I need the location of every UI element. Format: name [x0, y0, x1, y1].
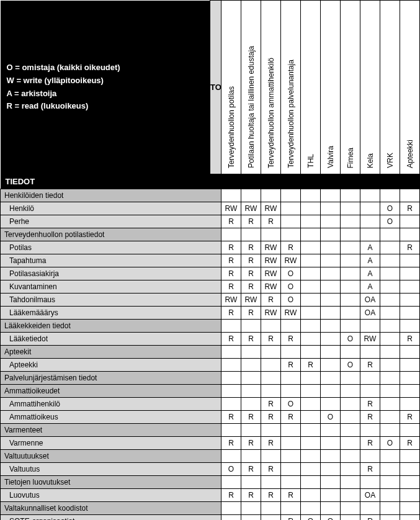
matrix-cell: [360, 189, 380, 202]
matrix-cell: [221, 371, 241, 384]
actor-label: Terveydenhuollon ammattihenkilö: [267, 54, 275, 172]
matrix-cell: [380, 423, 400, 436]
matrix-cell: O: [321, 514, 341, 520]
matrix-cell: R: [241, 215, 261, 228]
matrix-cell: R: [281, 514, 301, 520]
matrix-cell: R: [221, 306, 241, 319]
table-row: PotilasRRRWRAR: [1, 241, 420, 254]
matrix-cell: RW: [360, 332, 380, 345]
table-row: TapahtumaRRRWRWA: [1, 254, 420, 267]
matrix-cell: R: [241, 436, 261, 449]
matrix-cell: [301, 280, 321, 293]
matrix-cell: [400, 254, 420, 267]
spacer: [210, 358, 221, 371]
matrix-cell: [341, 501, 360, 514]
section-label: Tietojen luovutukset: [1, 475, 210, 488]
section-label: Valtuutuukset: [1, 449, 210, 462]
matrix-cell: [360, 384, 380, 397]
table-row: ValtuutusORRR: [1, 462, 420, 475]
matrix-cell: R: [241, 332, 261, 345]
spacer: [210, 501, 221, 514]
row-label: Valtuutus: [1, 462, 210, 475]
matrix-cell: [400, 384, 420, 397]
matrix-cell: [400, 306, 420, 319]
actor-header: Terveydenhuollon potilas: [221, 1, 241, 174]
matrix-cell: [261, 514, 281, 520]
matrix-cell: [261, 228, 281, 241]
matrix-cell: [241, 189, 261, 202]
actor-label: Apteekki: [406, 136, 414, 172]
matrix-cell: [261, 371, 281, 384]
matrix-cell: [301, 319, 321, 332]
matrix-cell: R: [301, 358, 321, 371]
matrix-cell: [301, 436, 321, 449]
matrix-cell: R: [241, 280, 261, 293]
header-row: O = omistaja (kaikki oikeudet) W = write…: [1, 1, 420, 174]
matrix-cell: [360, 345, 380, 358]
matrix-cell: [221, 384, 241, 397]
spacer: [210, 293, 221, 306]
matrix-cell: [281, 449, 301, 462]
matrix-cell: RW: [241, 202, 261, 215]
matrix-cell: [341, 514, 360, 520]
spacer: [210, 397, 221, 410]
permissions-table: O = omistaja (kaikki oikeudet) W = write…: [0, 0, 420, 520]
spacer: [210, 514, 221, 520]
matrix-cell: [380, 397, 400, 410]
actor-label: THL: [306, 150, 315, 172]
matrix-cell: [341, 189, 360, 202]
row-label: Potilasasiakirja: [1, 267, 210, 280]
section-label: Ammattioikeudet: [1, 384, 210, 397]
matrix-cell: [221, 358, 241, 371]
matrix-cell: R: [400, 202, 420, 215]
matrix-cell: R: [241, 410, 261, 423]
matrix-cell: O: [321, 410, 341, 423]
matrix-cell: [261, 475, 281, 488]
matrix-cell: [281, 423, 301, 436]
matrix-cell: [321, 423, 341, 436]
legend-o: O = omistaja (kaikki oikeudet): [7, 61, 204, 74]
matrix-cell: [301, 397, 321, 410]
matrix-cell: [301, 215, 321, 228]
matrix-cell: [341, 384, 360, 397]
matrix-cell: [341, 293, 360, 306]
spacer: [210, 462, 221, 475]
matrix-cell: [321, 306, 341, 319]
row-label: Potilas: [1, 241, 210, 254]
matrix-cell: [341, 254, 360, 267]
matrix-cell: [380, 449, 400, 462]
section-row: Varmenteet: [1, 423, 420, 436]
matrix-cell: [380, 306, 400, 319]
table-row: LääketiedotRRRRORWR: [1, 332, 420, 345]
table-row: VarmenneRRRROR: [1, 436, 420, 449]
matrix-cell: [341, 228, 360, 241]
matrix-cell: [321, 293, 341, 306]
matrix-cell: [281, 436, 301, 449]
matrix-cell: [360, 202, 380, 215]
matrix-cell: [341, 215, 360, 228]
legend: O = omistaja (kaikki oikeudet) W = write…: [1, 1, 210, 174]
matrix-cell: [321, 202, 341, 215]
matrix-cell: [341, 397, 360, 410]
matrix-cell: [301, 202, 321, 215]
matrix-cell: [241, 319, 261, 332]
section-label: Lääkekkeiden tiedot: [1, 319, 210, 332]
matrix-cell: [281, 462, 301, 475]
toimijat-header: TOIMIJAT: [210, 1, 221, 174]
matrix-cell: [301, 241, 321, 254]
matrix-cell: [301, 228, 321, 241]
section-row: Valtuutuukset: [1, 449, 420, 462]
matrix-cell: OA: [360, 488, 380, 501]
matrix-cell: [301, 371, 321, 384]
matrix-cell: [321, 189, 341, 202]
row-label: Lääkemääärys: [1, 306, 210, 319]
table-row: KuvantaminenRRRWOA: [1, 280, 420, 293]
matrix-cell: [301, 488, 321, 501]
matrix-cell: [281, 475, 301, 488]
matrix-cell: [221, 189, 241, 202]
spacer: [210, 280, 221, 293]
matrix-cell: RW: [261, 280, 281, 293]
matrix-cell: [241, 228, 261, 241]
matrix-cell: [380, 501, 400, 514]
matrix-cell: R: [221, 241, 241, 254]
